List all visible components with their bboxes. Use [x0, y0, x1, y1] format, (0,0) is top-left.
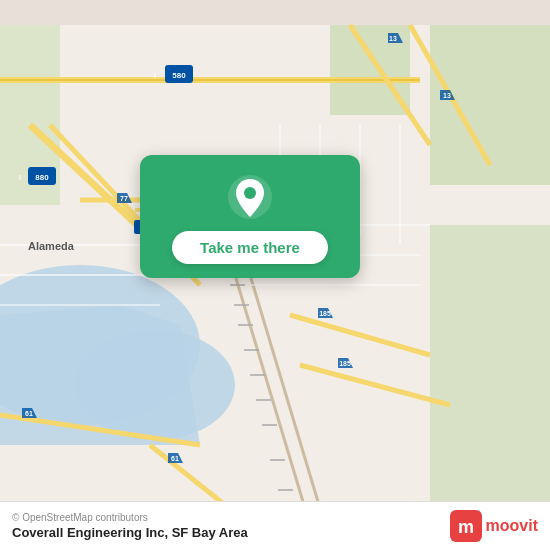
bottom-left-info: © OpenStreetMap contributors Coverall En…	[12, 512, 248, 540]
moovit-icon: m	[450, 510, 482, 542]
svg-marker-3	[0, 305, 200, 445]
moovit-logo: m moovit	[450, 510, 538, 542]
svg-rect-6	[430, 225, 550, 525]
take-me-there-button[interactable]: Take me there	[172, 231, 328, 264]
svg-point-67	[244, 187, 256, 199]
location-card: Take me there	[140, 155, 360, 278]
map-container: 580 I 13 13 880 I 77 I 185 185 61 61 Ala…	[0, 0, 550, 550]
svg-text:185: 185	[339, 360, 351, 367]
bottom-bar: © OpenStreetMap contributors Coverall En…	[0, 501, 550, 550]
svg-text:I: I	[19, 174, 21, 181]
svg-text:Alameda: Alameda	[28, 240, 75, 252]
location-name: Coverall Engineering Inc, SF Bay Area	[12, 525, 248, 540]
svg-text:77: 77	[120, 195, 128, 202]
svg-text:185: 185	[319, 310, 331, 317]
svg-text:880: 880	[35, 173, 49, 182]
svg-text:13: 13	[389, 35, 397, 42]
svg-text:13: 13	[443, 92, 451, 99]
svg-text:580: 580	[172, 71, 186, 80]
svg-text:61: 61	[25, 410, 33, 417]
moovit-text: moovit	[486, 517, 538, 535]
svg-text:m: m	[458, 517, 474, 537]
location-pin-icon	[226, 173, 274, 221]
svg-text:61: 61	[171, 455, 179, 462]
copyright-text: © OpenStreetMap contributors	[12, 512, 248, 523]
svg-text:I: I	[154, 72, 156, 79]
